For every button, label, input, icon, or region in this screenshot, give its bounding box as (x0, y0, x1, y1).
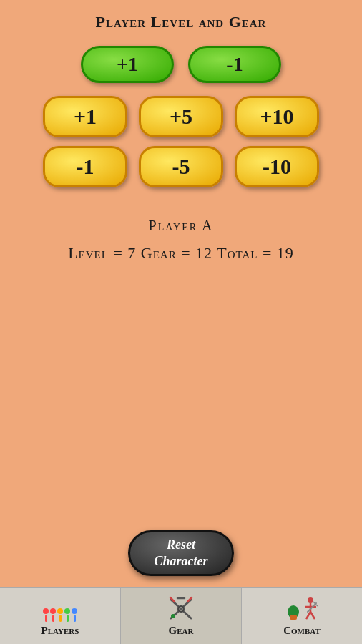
reset-button-label: ResetCharacter (154, 537, 207, 570)
main-content: Player Level and Gear +1 -1 +1 +5 +10 -1… (0, 0, 362, 587)
svg-rect-8 (290, 615, 297, 620)
nav-players[interactable]: Players (0, 588, 121, 644)
gear-minus-5-button[interactable]: -5 (139, 146, 223, 187)
level-minus-1-button[interactable]: -1 (188, 46, 281, 83)
reset-character-button[interactable]: ResetCharacter (128, 530, 234, 576)
svg-line-12 (306, 612, 310, 619)
level-plus-1-button[interactable]: +1 (81, 46, 174, 83)
gear-plus-10-button[interactable]: +10 (235, 96, 319, 137)
gear-minus-10-button[interactable]: -10 (235, 146, 319, 187)
svg-line-13 (310, 612, 315, 619)
player-stats: Level = 7 Gear = 12 Total = 19 (68, 244, 294, 263)
svg-point-9 (308, 597, 313, 603)
nav-gear[interactable]: Gear (121, 588, 242, 644)
gear-label: Gear (169, 625, 194, 637)
players-icon (43, 596, 77, 622)
figure-2 (50, 608, 56, 622)
page-title: Player Level and Gear (96, 13, 267, 31)
svg-point-4 (171, 614, 175, 618)
gear-plus-1-button[interactable]: +1 (43, 96, 127, 137)
player-name: Player A (149, 218, 214, 234)
figure-4 (64, 608, 70, 622)
gear-icon (167, 596, 195, 622)
figure-1 (43, 608, 49, 622)
figure-5 (72, 608, 77, 622)
players-label: Players (41, 625, 79, 637)
level-buttons-row: +1 -1 (81, 46, 281, 83)
gear-plus-buttons-row: +1 +5 +10 (43, 96, 319, 137)
combat-label: Combat (283, 625, 321, 637)
gear-minus-buttons-row: -1 -5 -10 (43, 146, 319, 187)
combat-icon (285, 596, 319, 622)
gear-minus-1-button[interactable]: -1 (43, 146, 127, 187)
gear-plus-5-button[interactable]: +5 (139, 96, 223, 137)
figure-3 (57, 608, 63, 622)
bottom-nav: Players Gear (0, 587, 362, 644)
nav-combat[interactable]: Combat (242, 588, 362, 644)
